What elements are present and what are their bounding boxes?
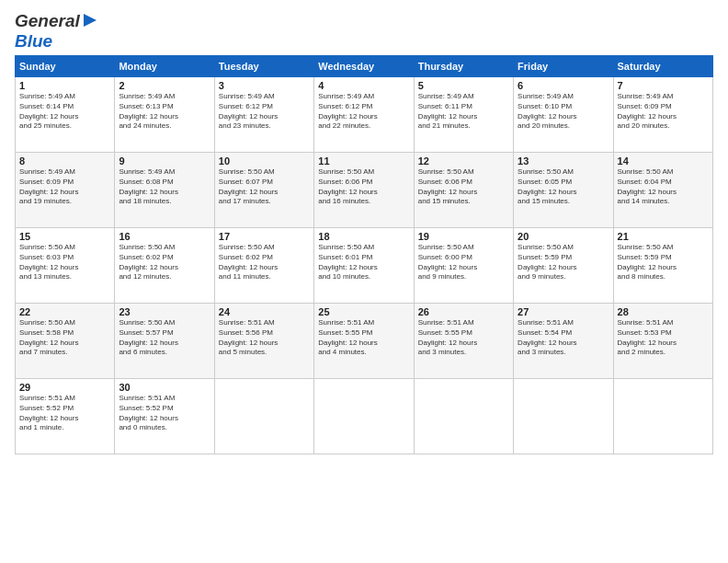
day-number: 1 — [19, 80, 110, 91]
day-number: 8 — [19, 155, 110, 167]
cell-info: Sunrise: 5:50 AMSunset: 6:05 PMDaylight:… — [518, 167, 609, 207]
calendar-cell — [613, 379, 712, 454]
day-number: 28 — [618, 306, 709, 317]
cell-info: Sunrise: 5:51 AMSunset: 5:53 PMDaylight:… — [618, 318, 709, 358]
cell-info: Sunrise: 5:49 AMSunset: 6:09 PMDaylight:… — [19, 167, 110, 207]
week-row-3: 15Sunrise: 5:50 AMSunset: 6:03 PMDayligh… — [16, 228, 713, 304]
calendar-cell: 24Sunrise: 5:51 AMSunset: 5:56 PMDayligh… — [214, 304, 313, 379]
calendar-cell: 18Sunrise: 5:50 AMSunset: 6:01 PMDayligh… — [314, 228, 414, 304]
calendar-cell: 19Sunrise: 5:50 AMSunset: 6:00 PMDayligh… — [414, 228, 513, 304]
cell-info: Sunrise: 5:50 AMSunset: 6:04 PMDaylight:… — [618, 167, 709, 207]
calendar-cell: 4Sunrise: 5:49 AMSunset: 6:12 PMDaylight… — [314, 77, 414, 153]
calendar-cell: 13Sunrise: 5:50 AMSunset: 6:05 PMDayligh… — [514, 153, 613, 228]
calendar-cell: 16Sunrise: 5:50 AMSunset: 6:02 PMDayligh… — [115, 228, 214, 304]
weekday-header-thursday: Thursday — [414, 56, 513, 77]
calendar-cell: 17Sunrise: 5:50 AMSunset: 6:02 PMDayligh… — [214, 228, 313, 304]
day-number: 17 — [219, 231, 310, 242]
week-row-2: 8Sunrise: 5:49 AMSunset: 6:09 PMDaylight… — [16, 153, 713, 228]
day-number: 10 — [219, 155, 310, 167]
cell-info: Sunrise: 5:50 AMSunset: 6:03 PMDaylight:… — [19, 243, 110, 282]
weekday-header-tuesday: Tuesday — [214, 56, 313, 77]
calendar-cell: 2Sunrise: 5:49 AMSunset: 6:13 PMDaylight… — [115, 77, 214, 153]
weekday-header-monday: Monday — [115, 56, 214, 77]
cell-info: Sunrise: 5:50 AMSunset: 5:59 PMDaylight:… — [518, 243, 609, 282]
day-number: 13 — [518, 155, 609, 167]
calendar-cell: 28Sunrise: 5:51 AMSunset: 5:53 PMDayligh… — [613, 304, 712, 379]
calendar-cell: 6Sunrise: 5:49 AMSunset: 6:10 PMDaylight… — [514, 77, 613, 153]
calendar-table: SundayMondayTuesdayWednesdayThursdayFrid… — [15, 55, 713, 454]
cell-info: Sunrise: 5:49 AMSunset: 6:10 PMDaylight:… — [518, 92, 609, 132]
day-number: 5 — [418, 80, 509, 91]
calendar-cell: 23Sunrise: 5:50 AMSunset: 5:57 PMDayligh… — [115, 304, 214, 379]
day-number: 11 — [318, 155, 409, 167]
day-number: 26 — [418, 306, 509, 317]
cell-info: Sunrise: 5:50 AMSunset: 6:07 PMDaylight:… — [219, 167, 310, 207]
cell-info: Sunrise: 5:50 AMSunset: 6:02 PMDaylight:… — [119, 243, 210, 282]
day-number: 15 — [19, 231, 110, 242]
cell-info: Sunrise: 5:50 AMSunset: 6:00 PMDaylight:… — [418, 243, 509, 282]
page: General Blue SundayMondayTuesdayWednesda… — [0, 0, 728, 563]
cell-info: Sunrise: 5:51 AMSunset: 5:54 PMDaylight:… — [518, 318, 609, 358]
week-row-5: 29Sunrise: 5:51 AMSunset: 5:52 PMDayligh… — [16, 379, 713, 454]
calendar-cell: 10Sunrise: 5:50 AMSunset: 6:07 PMDayligh… — [214, 153, 313, 228]
calendar-cell: 5Sunrise: 5:49 AMSunset: 6:11 PMDaylight… — [414, 77, 513, 153]
day-number: 20 — [518, 231, 609, 242]
cell-info: Sunrise: 5:51 AMSunset: 5:52 PMDaylight:… — [19, 394, 110, 433]
calendar-cell — [414, 379, 513, 454]
calendar-cell — [514, 379, 613, 454]
cell-info: Sunrise: 5:51 AMSunset: 5:56 PMDaylight:… — [219, 318, 310, 358]
day-number: 19 — [418, 231, 509, 242]
cell-info: Sunrise: 5:50 AMSunset: 5:59 PMDaylight:… — [618, 243, 709, 282]
week-row-1: 1Sunrise: 5:49 AMSunset: 6:14 PMDaylight… — [16, 77, 713, 153]
weekday-header-row: SundayMondayTuesdayWednesdayThursdayFrid… — [16, 56, 713, 77]
cell-info: Sunrise: 5:51 AMSunset: 5:55 PMDaylight:… — [418, 318, 509, 358]
weekday-header-sunday: Sunday — [16, 56, 115, 77]
calendar-cell: 29Sunrise: 5:51 AMSunset: 5:52 PMDayligh… — [16, 379, 115, 454]
calendar-cell: 21Sunrise: 5:50 AMSunset: 5:59 PMDayligh… — [613, 228, 712, 304]
cell-info: Sunrise: 5:49 AMSunset: 6:09 PMDaylight:… — [618, 92, 709, 132]
cell-info: Sunrise: 5:49 AMSunset: 6:12 PMDaylight:… — [219, 92, 310, 132]
day-number: 24 — [219, 306, 310, 317]
day-number: 22 — [19, 306, 110, 317]
day-number: 18 — [318, 231, 409, 242]
day-number: 7 — [618, 80, 709, 91]
cell-info: Sunrise: 5:50 AMSunset: 5:57 PMDaylight:… — [119, 318, 210, 358]
cell-info: Sunrise: 5:49 AMSunset: 6:14 PMDaylight:… — [19, 92, 110, 132]
day-number: 14 — [618, 155, 709, 167]
day-number: 30 — [119, 382, 210, 393]
day-number: 9 — [119, 155, 210, 167]
day-number: 2 — [119, 80, 210, 91]
svg-marker-0 — [84, 14, 97, 27]
day-number: 21 — [618, 231, 709, 242]
calendar-cell — [214, 379, 313, 454]
day-number: 12 — [418, 155, 509, 167]
logo-flag-icon — [82, 12, 98, 29]
cell-info: Sunrise: 5:50 AMSunset: 6:06 PMDaylight:… — [418, 167, 509, 207]
day-number: 25 — [318, 306, 409, 317]
cell-info: Sunrise: 5:49 AMSunset: 6:13 PMDaylight:… — [119, 92, 210, 132]
calendar-cell: 15Sunrise: 5:50 AMSunset: 6:03 PMDayligh… — [16, 228, 115, 304]
calendar-cell: 22Sunrise: 5:50 AMSunset: 5:58 PMDayligh… — [16, 304, 115, 379]
cell-info: Sunrise: 5:49 AMSunset: 6:11 PMDaylight:… — [418, 92, 509, 132]
cell-info: Sunrise: 5:50 AMSunset: 6:01 PMDaylight:… — [318, 243, 409, 282]
calendar-cell: 12Sunrise: 5:50 AMSunset: 6:06 PMDayligh… — [414, 153, 513, 228]
cell-info: Sunrise: 5:51 AMSunset: 5:55 PMDaylight:… — [318, 318, 409, 358]
calendar-cell: 1Sunrise: 5:49 AMSunset: 6:14 PMDaylight… — [16, 77, 115, 153]
cell-info: Sunrise: 5:49 AMSunset: 6:08 PMDaylight:… — [119, 167, 210, 207]
calendar-cell: 11Sunrise: 5:50 AMSunset: 6:06 PMDayligh… — [314, 153, 414, 228]
weekday-header-wednesday: Wednesday — [314, 56, 414, 77]
cell-info: Sunrise: 5:50 AMSunset: 6:02 PMDaylight:… — [219, 243, 310, 282]
calendar-cell: 20Sunrise: 5:50 AMSunset: 5:59 PMDayligh… — [514, 228, 613, 304]
cell-info: Sunrise: 5:50 AMSunset: 5:58 PMDaylight:… — [19, 318, 110, 358]
day-number: 16 — [119, 231, 210, 242]
calendar-cell: 26Sunrise: 5:51 AMSunset: 5:55 PMDayligh… — [414, 304, 513, 379]
calendar-cell: 25Sunrise: 5:51 AMSunset: 5:55 PMDayligh… — [314, 304, 414, 379]
calendar-cell — [314, 379, 414, 454]
weekday-header-friday: Friday — [514, 56, 613, 77]
calendar-cell: 30Sunrise: 5:51 AMSunset: 5:52 PMDayligh… — [115, 379, 214, 454]
day-number: 4 — [318, 80, 409, 91]
logo-general: General — [15, 11, 80, 31]
logo: General Blue — [15, 11, 98, 52]
day-number: 23 — [119, 306, 210, 317]
cell-info: Sunrise: 5:51 AMSunset: 5:52 PMDaylight:… — [119, 394, 210, 433]
